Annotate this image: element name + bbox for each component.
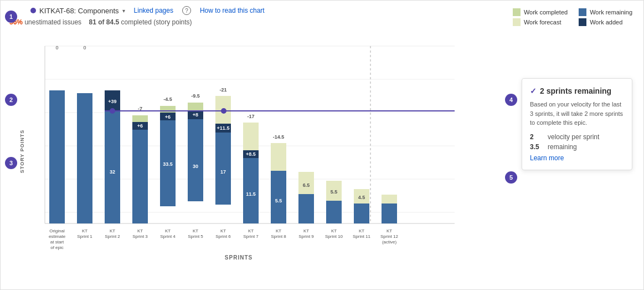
svg-text:(active): (active) — [382, 240, 397, 245]
svg-text:Sprint 5: Sprint 5 — [188, 234, 203, 239]
learn-more-link[interactable]: Learn more — [530, 154, 624, 162]
svg-text:11.5: 11.5 — [246, 191, 256, 197]
svg-text:Sprint 8: Sprint 8 — [271, 234, 286, 239]
svg-text:KT: KT — [331, 228, 337, 233]
sprint-selector[interactable]: KITKAT-68: Components ▾ — [30, 7, 125, 15]
svg-text:Sprint 2: Sprint 2 — [105, 234, 120, 239]
svg-text:30: 30 — [193, 164, 198, 169]
svg-text:KT: KT — [82, 228, 87, 233]
svg-text:Sprint 12: Sprint 12 — [380, 234, 399, 239]
svg-text:+11.5: +11.5 — [217, 125, 230, 131]
svg-text:5.5: 5.5 — [331, 189, 338, 195]
remaining-label: remaining — [548, 143, 577, 151]
svg-text:+39: +39 — [108, 99, 116, 104]
velocity-stat: 2 velocity per sprint — [530, 133, 624, 141]
svg-text:Original: Original — [49, 228, 65, 233]
svg-text:SPRINTS: SPRINTS — [225, 255, 253, 261]
svg-text:Sprint 7: Sprint 7 — [243, 234, 259, 239]
legend-col-right: Work remaining Work added — [579, 8, 632, 26]
legend-swatch-added — [579, 18, 586, 26]
sprint-name: KITKAT-68: Components — [39, 7, 119, 15]
svg-rect-51 — [215, 133, 231, 205]
svg-text:0: 0 — [83, 45, 86, 50]
legend-label-forecast: Work forecast — [524, 19, 561, 26]
sprints-remaining-panel: ✓ 2 sprints remaining Based on your velo… — [522, 78, 632, 170]
svg-rect-31 — [160, 106, 176, 113]
svg-text:32: 32 — [110, 169, 115, 175]
panel-title-text: 2 sprints remaining — [540, 87, 611, 95]
annotation-1: 1 — [5, 11, 17, 23]
legend-label-remaining: Work remaining — [590, 9, 632, 16]
svg-text:-21: -21 — [219, 87, 226, 93]
svg-text:KT: KT — [193, 228, 198, 233]
velocity-value: 2 — [530, 133, 543, 141]
svg-text:Sprint 3: Sprint 3 — [132, 234, 148, 239]
svg-text:4.5: 4.5 — [358, 195, 365, 200]
legend-swatch-remaining — [579, 8, 586, 16]
svg-rect-84 — [382, 195, 397, 203]
legend-label-completed: Work completed — [524, 9, 568, 16]
svg-rect-39 — [188, 103, 203, 110]
svg-text:-4.5: -4.5 — [163, 96, 172, 102]
chart-svg: 0 Original estimate at start of epic 0 K… — [17, 40, 477, 268]
chart-legend: Work completed Work forecast Work remain… — [513, 8, 632, 26]
svg-text:KT: KT — [110, 228, 115, 233]
completed-label: completed (story points) — [121, 18, 192, 26]
svg-rect-65 — [271, 171, 286, 223]
svg-text:at start: at start — [50, 240, 64, 245]
svg-text:+6: +6 — [137, 123, 143, 129]
svg-text:33.5: 33.5 — [163, 161, 173, 167]
svg-rect-55 — [243, 123, 259, 150]
legend-forecast: Work forecast — [513, 18, 568, 26]
svg-rect-63 — [271, 143, 286, 171]
svg-text:0: 0 — [55, 45, 58, 50]
svg-rect-28 — [132, 130, 148, 223]
help-icon[interactable]: ? — [182, 6, 191, 15]
legend-remaining: Work remaining — [579, 8, 632, 16]
bar-original-remaining — [49, 90, 65, 223]
check-icon: ✓ — [530, 87, 537, 95]
svg-text:KT: KT — [276, 228, 281, 233]
svg-text:5.5: 5.5 — [275, 198, 282, 203]
svg-text:+6: +6 — [165, 114, 171, 120]
burnup-chart-container: 1 KITKAT-68: Components ▾ Linked pages ?… — [0, 0, 644, 290]
svg-rect-85 — [382, 203, 397, 223]
svg-text:-14.5: -14.5 — [273, 134, 285, 140]
annotation-3: 3 — [5, 157, 17, 169]
unestimated-label: unestimated issues — [24, 18, 81, 26]
svg-rect-24 — [132, 115, 148, 122]
svg-text:estimate: estimate — [49, 234, 66, 239]
svg-text:Sprint 4: Sprint 4 — [160, 234, 176, 239]
svg-rect-76 — [326, 201, 342, 223]
sprint-dropdown-icon[interactable]: ▾ — [122, 8, 125, 14]
annotation-5: 5 — [505, 171, 517, 184]
legend-completed: Work completed — [513, 8, 568, 16]
svg-rect-20 — [105, 111, 120, 223]
annotation-2: 2 — [5, 94, 17, 106]
svg-text:KT: KT — [248, 228, 254, 233]
legend-swatch-forecast — [513, 18, 521, 26]
svg-rect-71 — [298, 194, 314, 223]
svg-point-92 — [110, 108, 115, 114]
remaining-stat: 3.5 remaining — [530, 143, 624, 151]
svg-text:KT: KT — [220, 228, 226, 233]
svg-text:17: 17 — [220, 169, 226, 175]
legend-col-left: Work completed Work forecast — [513, 8, 568, 26]
linked-pages-link[interactable]: Linked pages — [134, 7, 173, 14]
legend-swatch-completed — [513, 8, 521, 16]
svg-text:of epic: of epic — [50, 245, 64, 250]
svg-rect-43 — [188, 119, 203, 201]
legend-label-added: Work added — [590, 19, 622, 26]
annotation-4: 4 — [505, 94, 517, 106]
how-to-read-link[interactable]: How to read this chart — [200, 7, 265, 14]
completed-value: 81 of 84.5 — [89, 18, 119, 26]
svg-text:KT: KT — [165, 228, 171, 233]
svg-text:-9.5: -9.5 — [191, 93, 200, 99]
svg-text:KT: KT — [303, 228, 309, 233]
svg-rect-15 — [77, 93, 92, 223]
svg-rect-59 — [243, 158, 259, 223]
svg-text:Sprint 1: Sprint 1 — [77, 234, 92, 239]
svg-text:Sprint 6: Sprint 6 — [215, 234, 231, 239]
svg-text:KT: KT — [137, 228, 143, 233]
svg-point-93 — [221, 108, 226, 114]
